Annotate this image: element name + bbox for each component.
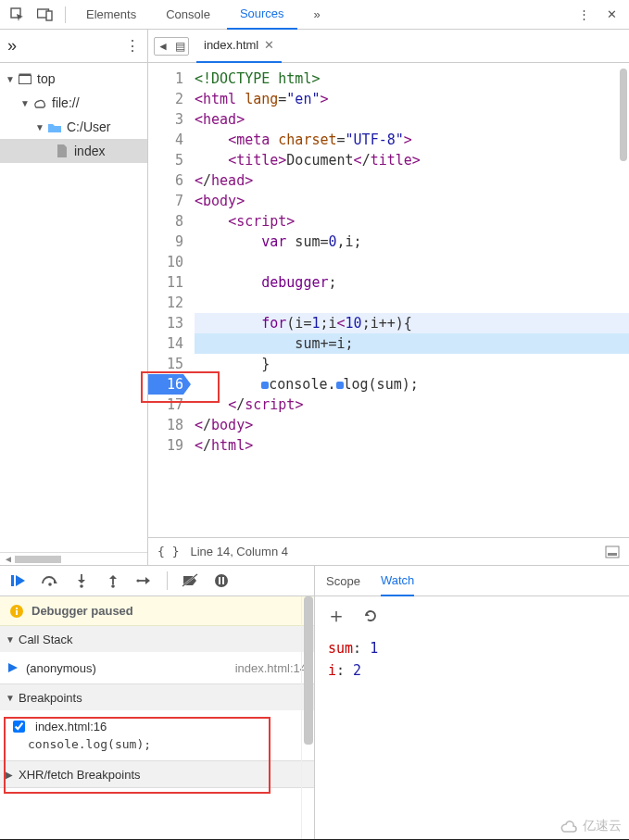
- sidebar-menu-icon[interactable]: ⋮: [125, 37, 140, 55]
- svg-rect-4: [19, 74, 31, 77]
- code-content[interactable]: <!DOCTYPE html><html lang="en"><head> <m…: [189, 63, 629, 537]
- editor-file-tab[interactable]: index.html✕: [196, 30, 282, 63]
- close-icon[interactable]: ✕: [599, 3, 623, 27]
- step-over-icon[interactable]: [41, 571, 59, 590]
- refresh-watch-icon[interactable]: [363, 608, 378, 623]
- left-pane-scrollbar[interactable]: [301, 596, 314, 839]
- section-breakpoints[interactable]: ▼Breakpoints: [0, 684, 314, 710]
- tree-folder[interactable]: ▼C:/User: [0, 115, 147, 139]
- svg-rect-22: [16, 608, 18, 609]
- watch-variables: sum: 1i: 2: [315, 630, 629, 689]
- format-icon[interactable]: { }: [157, 545, 179, 558]
- h-scrollbar[interactable]: [15, 556, 61, 563]
- deactivate-breakpoints-icon[interactable]: [181, 571, 199, 590]
- debugger-left-pane: Debugger paused ▼Call Stack (anonymous) …: [0, 596, 315, 839]
- editor-scrollbar[interactable]: [620, 69, 627, 161]
- cursor-position: Line 14, Column 4: [190, 545, 288, 558]
- info-icon: [9, 604, 24, 619]
- watch-panel: ＋ sum: 1i: 2: [315, 596, 629, 839]
- sidebar-more-icon[interactable]: »: [7, 36, 17, 56]
- step-out-icon[interactable]: [104, 571, 122, 590]
- close-tab-icon[interactable]: ✕: [264, 38, 274, 52]
- h-scroll-left-icon[interactable]: ◄: [4, 554, 13, 564]
- svg-rect-2: [46, 11, 52, 20]
- watermark: 亿速云: [559, 818, 622, 834]
- current-frame-icon: [7, 662, 19, 673]
- svg-point-8: [48, 583, 52, 586]
- tab-more[interactable]: »: [301, 0, 333, 30]
- svg-rect-21: [16, 610, 18, 615]
- tree-file-index[interactable]: index: [0, 139, 147, 163]
- navigator-sidebar: » ⋮ ▼top ▼file:// ▼C:/User index ◄: [0, 30, 148, 565]
- svg-rect-6: [608, 553, 617, 556]
- svg-point-17: [215, 574, 228, 587]
- breakpoint-item[interactable]: index.html:16: [0, 714, 314, 737]
- nav-list-icon[interactable]: ▤: [171, 38, 188, 55]
- svg-point-12: [111, 584, 115, 588]
- tab-watch[interactable]: Watch: [381, 565, 414, 596]
- breakpoint-checkbox[interactable]: [13, 721, 25, 733]
- svg-rect-7: [11, 575, 14, 586]
- section-callstack[interactable]: ▼Call Stack: [0, 626, 314, 652]
- svg-rect-5: [606, 546, 619, 558]
- pause-exceptions-icon[interactable]: [212, 571, 231, 590]
- tab-elements[interactable]: Elements: [73, 0, 149, 30]
- coverage-icon[interactable]: [605, 545, 620, 558]
- debugger-toolbar: Scope Watch: [0, 565, 629, 596]
- section-xhr-breakpoints[interactable]: ▶XHR/fetch Breakpoints: [0, 761, 314, 787]
- tab-console[interactable]: Console: [153, 0, 223, 30]
- breakpoint-code: console.log(sum);: [0, 737, 314, 757]
- svg-rect-19: [222, 577, 224, 584]
- step-icon[interactable]: [135, 571, 154, 590]
- stack-frame[interactable]: (anonymous) index.html:14: [0, 656, 314, 680]
- add-watch-icon[interactable]: ＋: [326, 609, 346, 622]
- kebab-menu-icon[interactable]: ⋮: [572, 3, 596, 27]
- device-toolbar-icon[interactable]: [33, 3, 57, 27]
- editor-nav[interactable]: ◄▤: [154, 37, 189, 56]
- svg-rect-18: [219, 577, 220, 584]
- debugger-paused-banner: Debugger paused: [0, 596, 314, 626]
- step-into-icon[interactable]: [72, 571, 91, 590]
- devtools-top-tabs: Elements Console Sources » ⋮ ✕: [0, 0, 629, 30]
- tab-sources[interactable]: Sources: [227, 0, 297, 30]
- tab-scope[interactable]: Scope: [326, 565, 360, 596]
- nav-back-icon[interactable]: ◄: [155, 38, 171, 55]
- svg-point-14: [136, 579, 139, 582]
- resume-icon[interactable]: [9, 571, 28, 590]
- svg-rect-3: [19, 76, 31, 84]
- line-gutter[interactable]: 12345678910111213141516171819: [148, 63, 189, 537]
- tree-file-origin[interactable]: ▼file://: [0, 91, 147, 115]
- svg-point-10: [80, 584, 83, 588]
- select-element-icon[interactable]: [6, 3, 30, 27]
- tree-top[interactable]: ▼top: [0, 67, 147, 91]
- code-editor: ◄▤ index.html✕ 1234567891011121314151617…: [148, 30, 629, 565]
